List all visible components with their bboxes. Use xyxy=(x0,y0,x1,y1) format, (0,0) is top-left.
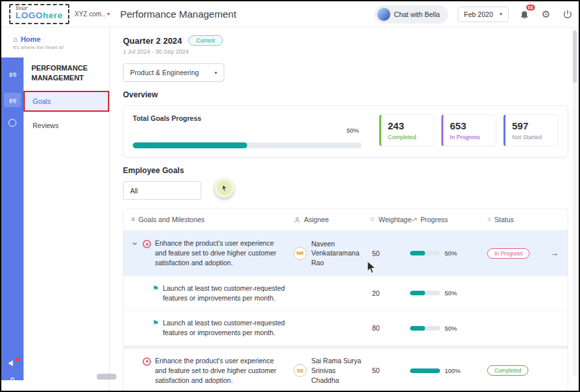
top-header: Your LOGOhere XYZ com.. ▾ Performance Ma… xyxy=(1,1,579,27)
status-badge: In Progress xyxy=(487,248,530,259)
current-badge: Current xyxy=(188,35,222,46)
progress-bar xyxy=(410,291,440,295)
milestone-flag-icon: ⚑ xyxy=(152,319,159,327)
icon-rail: ((o)) ((o)) xyxy=(1,57,24,380)
chat-button-label: Chat with Bella xyxy=(394,10,440,18)
progress-bar xyxy=(410,326,440,331)
department-selector-value: Product & Engineering xyxy=(130,69,199,76)
page-title: Performance Management xyxy=(120,8,237,20)
milestone-row[interactable]: ⚑ Launch at least two customer-requested… xyxy=(124,276,568,310)
column-goals-milestones[interactable]: ≡ Goals and Milestones xyxy=(131,216,294,223)
logo[interactable]: Your LOGOhere xyxy=(9,4,69,24)
milestone-row[interactable]: ⚑ Launch at least two customer-requested… xyxy=(124,310,568,345)
progress-bar-fill xyxy=(410,368,440,373)
chevron-down-icon: ▾ xyxy=(500,11,502,17)
home-block: ⌂ Home it's where the heart is! xyxy=(1,27,109,56)
notifications-button[interactable]: 03 xyxy=(519,8,530,20)
home-link[interactable]: ⌂ Home xyxy=(13,35,104,43)
column-label: Weightage xyxy=(379,216,411,223)
stat-completed-value: 243 xyxy=(388,120,427,131)
department-selector[interactable]: Product & Engineering ▾ xyxy=(123,63,224,82)
chevron-down-icon[interactable] xyxy=(131,240,139,247)
body: ⌂ Home it's where the heart is! ((o)) ((… xyxy=(1,27,579,391)
arrow-right-icon[interactable]: → xyxy=(550,248,558,258)
milestone-cell: ⚑ Launch at least two customer-requested… xyxy=(131,318,294,338)
profile-button[interactable] xyxy=(8,376,17,385)
app-window: Your LOGOhere XYZ com.. ▾ Performance Ma… xyxy=(0,0,580,392)
column-status[interactable]: ○ Status xyxy=(487,216,547,223)
progress-cell: 100% xyxy=(410,367,487,374)
goal-target-icon xyxy=(143,240,151,248)
column-label: Progress xyxy=(420,216,448,223)
logo-your-text: Your xyxy=(15,5,27,11)
column-asignee[interactable]: Asignee xyxy=(294,216,369,223)
home-subtitle: it's where the heart is! xyxy=(13,44,104,50)
progress-bar-fill xyxy=(133,142,247,148)
progress-bar-fill xyxy=(410,291,425,295)
progress-bar xyxy=(133,142,362,148)
circle-icon: ○ xyxy=(487,216,491,223)
trend-icon xyxy=(410,216,417,223)
goals-filter-input[interactable] xyxy=(123,181,201,200)
bella-avatar xyxy=(377,8,390,21)
broadcast-icon-active[interactable]: ((o)) xyxy=(4,93,21,107)
quarter-date-range: 1 Jul 2024 - 30 Sep 2024 xyxy=(123,48,568,55)
status-cell: Completed xyxy=(487,365,547,376)
stat-not-started-value: 597 xyxy=(512,120,551,131)
goal-text: Enhance the product's user experience an… xyxy=(155,238,287,269)
total-goals-progress: Total Goals Progress 50% xyxy=(133,114,372,148)
column-label: Goals and Milestones xyxy=(139,216,205,223)
progress-bar xyxy=(410,251,440,255)
weightage-value: 50 xyxy=(369,250,410,257)
chat-with-bella-button[interactable]: Chat with Bella xyxy=(375,5,448,24)
star-icon: ☆ xyxy=(369,216,375,223)
header-actions: Chat with Bella Feb 2020 ▾ 03 ⚙ xyxy=(375,5,573,24)
stat-not-started: 597 Not Started xyxy=(503,114,558,146)
quarter-header: Quarter 2 2024 Current xyxy=(123,35,568,46)
goal-row[interactable]: Enhance the product's user experience an… xyxy=(124,231,568,276)
sidebar-item-reviews[interactable]: Reviews xyxy=(24,116,109,135)
click-pointer-icon xyxy=(219,183,229,193)
milestone-cell: ⚑ Launch at least two customer-requested… xyxy=(131,284,294,303)
status-cell: In Progress xyxy=(487,248,547,259)
column-label: Asignee xyxy=(304,216,329,223)
broadcast-icon[interactable]: ((o)) xyxy=(4,67,21,81)
overview-heading: Overview xyxy=(123,90,568,99)
chevron-down-icon: ▾ xyxy=(214,70,217,76)
table-header-row: ≡ Goals and Milestones Asignee ☆ Weighta… xyxy=(124,209,568,231)
date-selector[interactable]: Feb 2020 ▾ xyxy=(458,7,509,22)
date-selector-value: Feb 2020 xyxy=(464,10,493,18)
horizontal-scrollbar-thumb[interactable] xyxy=(97,374,116,380)
goal-target-dot xyxy=(146,360,148,363)
column-weightage[interactable]: ☆ Weightage xyxy=(369,216,410,223)
settings-button[interactable]: ⚙ xyxy=(540,8,552,20)
logo-suffix: here xyxy=(43,10,63,20)
power-button[interactable] xyxy=(562,8,573,20)
employee-goals-heading: Employee Goals xyxy=(123,166,568,175)
weightage-value: 50 xyxy=(369,367,410,374)
org-selector[interactable]: XYZ com.. ▾ xyxy=(75,10,110,18)
column-label: Status xyxy=(494,216,514,223)
person-icon xyxy=(8,376,17,385)
vertical-scrollbar-thumb[interactable] xyxy=(573,31,577,83)
stat-in-progress: 653 In Progress xyxy=(441,114,496,146)
progress-label: 50% xyxy=(445,325,457,332)
progress-label: 50% xyxy=(445,289,457,297)
goal-cell: Enhance the product's user experience an… xyxy=(131,238,294,269)
stat-in-progress-value: 653 xyxy=(450,120,489,131)
vertical-scrollbar[interactable] xyxy=(573,29,577,376)
main-content: Quarter 2 2024 Current 1 Jul 2024 - 30 S… xyxy=(110,27,579,391)
filter-row xyxy=(123,181,568,201)
column-progress[interactable]: Progress xyxy=(410,216,487,223)
progress-label: 50% xyxy=(445,250,457,257)
goal-row[interactable]: Enhance the product's user experience an… xyxy=(124,346,568,391)
circle-icon[interactable] xyxy=(9,119,16,127)
audio-alert-badge xyxy=(16,357,20,361)
stat-in-progress-label: In Progress xyxy=(450,134,489,140)
assignee-avatar: NR xyxy=(294,247,307,260)
sidebar-item-goals[interactable]: Goals xyxy=(24,91,109,112)
assignee-name: Sai Rama Surya Srinivas Chaddha xyxy=(311,356,364,385)
progress-percent-label: 50% xyxy=(347,127,359,134)
sidebar: ⌂ Home it's where the heart is! ((o)) ((… xyxy=(1,27,110,391)
audio-button[interactable] xyxy=(8,359,17,368)
